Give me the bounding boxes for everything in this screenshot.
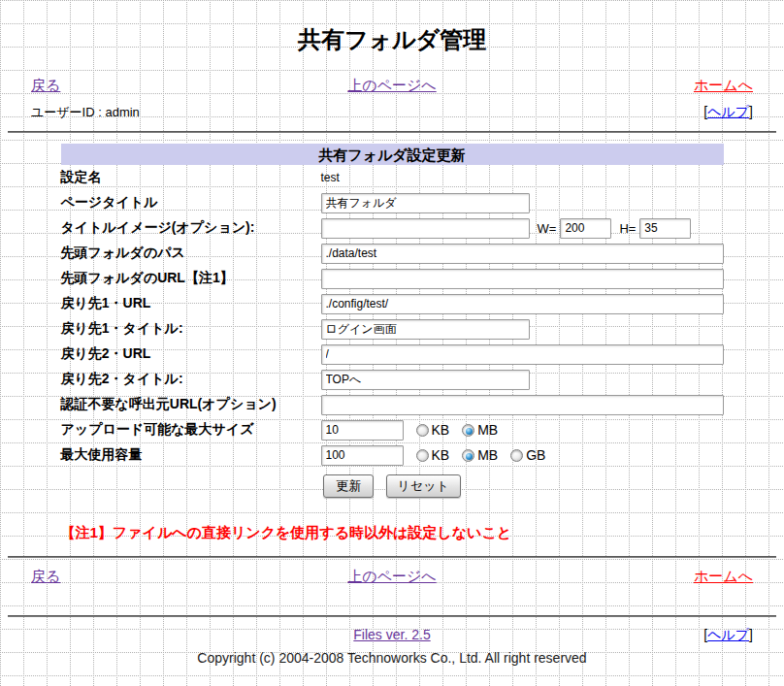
radio-label: MB	[477, 422, 498, 438]
return2-url-input[interactable]	[321, 344, 724, 365]
radio-label: MB	[477, 447, 498, 463]
title-image-input[interactable]	[321, 218, 530, 239]
bracket-close: ]	[749, 627, 753, 642]
radio-label: KB	[432, 422, 450, 438]
return1-url-input[interactable]	[321, 294, 724, 314]
help-link-wrap: [ヘルプ]	[703, 104, 753, 121]
return2-title-label: 戻り先2・タイトル:	[61, 371, 321, 388]
row-max-capacity: 最大使用容量 KB MB GB	[61, 442, 724, 468]
row-title-image: タイトルイメージ(オプション): W= H=	[61, 215, 724, 241]
back-link-bottom[interactable]: 戻る	[31, 568, 347, 586]
bottom-nav: 戻る 上のページへ ホームへ	[31, 568, 753, 586]
note-wrap: 【注1】ファイルへの直接リンクを使用する時以外は設定しないこと	[61, 524, 724, 542]
row-noauth-url: 認証不要な呼出元URL(オプション)	[61, 392, 724, 417]
radio-icon	[510, 449, 523, 462]
max-upload-label: アップロード可能な最大サイズ	[61, 421, 321, 439]
setting-name-value: test	[321, 171, 340, 184]
row-return1-url: 戻り先1・URL	[61, 291, 724, 316]
radio-icon	[416, 424, 429, 437]
return2-url-label: 戻り先2・URL	[61, 345, 321, 363]
return1-url-label: 戻り先1・URL	[61, 295, 321, 312]
max-capacity-unit-mb[interactable]: MB	[462, 447, 498, 463]
back-link[interactable]: 戻る	[31, 77, 347, 95]
top-nav: 戻る 上のページへ ホームへ	[31, 77, 753, 95]
return2-title-input[interactable]	[321, 370, 530, 390]
up-page-link[interactable]: 上のページへ	[347, 77, 436, 95]
root-path-input[interactable]	[321, 244, 724, 264]
page-title-label: ページタイトル	[61, 194, 321, 212]
radio-label: GB	[526, 447, 545, 463]
user-row: ユーザーID : admin [ヘルプ]	[31, 104, 753, 121]
bracket-close: ]	[749, 104, 753, 119]
root-url-label: 先頭フォルダのURL【注1】	[61, 270, 321, 287]
setting-name-label: 設定名	[61, 169, 321, 186]
version-row: Files ver. 2.5 [ヘルプ]	[31, 627, 753, 644]
row-page-title: ページタイトル	[61, 190, 724, 215]
root-url-input[interactable]	[321, 269, 724, 289]
up-page-link-bottom[interactable]: 上のページへ	[347, 568, 436, 586]
title-image-label: タイトルイメージ(オプション):	[61, 219, 321, 237]
home-link[interactable]: ホームへ	[694, 77, 753, 95]
max-capacity-label: 最大使用容量	[61, 446, 321, 464]
user-id-label: ユーザーID : admin	[31, 104, 140, 121]
max-capacity-unit-gb[interactable]: GB	[510, 447, 545, 463]
max-capacity-input[interactable]	[321, 445, 404, 466]
return1-title-input[interactable]	[321, 319, 530, 340]
divider	[8, 615, 776, 617]
home-link-bottom[interactable]: ホームへ	[694, 568, 753, 586]
shared-folder-form: 共有フォルダ設定更新 設定名 test ページタイトル タイトルイメージ(オプシ…	[61, 144, 724, 498]
title-image-width-input[interactable]	[560, 218, 611, 239]
help-link[interactable]: ヘルプ	[707, 104, 749, 119]
form-header: 共有フォルダ設定更新	[61, 144, 724, 165]
row-setting-name: 設定名 test	[61, 165, 724, 190]
radio-icon	[462, 424, 474, 437]
row-max-upload: アップロード可能な最大サイズ KB MB	[61, 417, 724, 442]
divider	[8, 556, 776, 558]
reset-button[interactable]: リセット	[386, 474, 461, 498]
max-upload-input[interactable]	[321, 420, 404, 441]
max-upload-unit-mb[interactable]: MB	[462, 422, 498, 438]
row-return2-url: 戻り先2・URL	[61, 342, 724, 367]
noauth-url-input[interactable]	[321, 395, 724, 415]
note-1: 【注1】ファイルへの直接リンクを使用する時以外は設定しないこと	[61, 524, 512, 540]
row-return2-title: 戻り先2・タイトル:	[61, 367, 724, 392]
page: 共有フォルダ管理 戻る 上のページへ ホームへ ユーザーID : admin […	[0, 0, 784, 673]
version-link[interactable]: Files ver. 2.5	[353, 627, 430, 642]
update-button[interactable]: 更新	[323, 474, 374, 498]
width-label: W=	[538, 221, 557, 236]
form-actions: 更新 リセット	[61, 474, 724, 498]
noauth-url-label: 認証不要な呼出元URL(オプション)	[61, 396, 321, 413]
help-link-wrap-bottom: [ヘルプ]	[703, 627, 753, 644]
max-upload-unit-kb[interactable]: KB	[416, 422, 450, 438]
copyright-text: Copyright (c) 2004-2008 Technoworks Co.,…	[8, 650, 776, 666]
help-link-bottom[interactable]: ヘルプ	[707, 627, 749, 642]
return1-title-label: 戻り先1・タイトル:	[61, 320, 321, 338]
root-path-label: 先頭フォルダのパス	[61, 245, 321, 262]
max-capacity-unit-kb[interactable]: KB	[416, 447, 450, 463]
row-root-url: 先頭フォルダのURL【注1】	[61, 266, 724, 291]
radio-icon	[462, 449, 474, 462]
row-return1-title: 戻り先1・タイトル:	[61, 316, 724, 342]
divider	[8, 131, 776, 133]
row-root-path: 先頭フォルダのパス	[61, 241, 724, 266]
title-image-height-input[interactable]	[639, 218, 691, 239]
page-title: 共有フォルダ管理	[8, 24, 776, 55]
page-title-input[interactable]	[321, 193, 530, 213]
height-label: H=	[619, 221, 636, 236]
radio-icon	[416, 449, 429, 462]
radio-label: KB	[432, 447, 450, 463]
